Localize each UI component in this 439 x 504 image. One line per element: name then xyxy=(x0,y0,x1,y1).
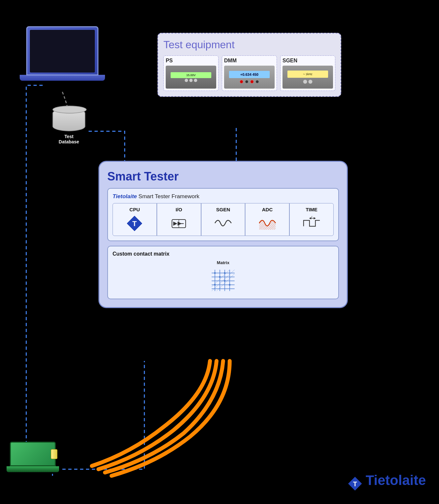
orange-cable-4 xyxy=(112,361,230,476)
db-to-tester-line xyxy=(89,131,125,161)
matrix-box: Custom contact matrix Matrix xyxy=(107,246,339,299)
svg-point-28 xyxy=(224,280,226,282)
instrument-ps: PS 15.00V xyxy=(163,55,219,91)
module-io: I/O xyxy=(157,203,201,236)
matrix-icon-container: Matrix xyxy=(208,260,238,294)
dut-to-tester-line xyxy=(62,361,144,469)
dut-body xyxy=(10,442,56,466)
sgen-knob-2 xyxy=(308,80,312,84)
framework-title: Tietolaite Smart Tester Framework xyxy=(113,193,334,200)
laptop-screen-inner xyxy=(30,30,95,73)
sgen-label: SGEN xyxy=(282,58,333,64)
matrix-title: Custom contact matrix xyxy=(113,251,334,257)
sgen-sine-icon xyxy=(213,216,233,231)
ps-knob-3 xyxy=(194,79,197,82)
tietolaite-logo: T Tietolaite xyxy=(348,472,426,491)
svg-point-29 xyxy=(229,284,231,286)
test-equipment-box: Test equipment PS 15.00V DMM +0.634 xyxy=(157,33,341,97)
time-square-wave-icon: t xyxy=(302,216,322,231)
orange-cable-3 xyxy=(105,361,223,472)
module-sgen: SGEN xyxy=(201,203,245,236)
sgen-module-label: SGEN xyxy=(205,207,242,212)
matrix-grid-icon xyxy=(208,266,238,293)
db-cylinder-icon xyxy=(52,108,85,131)
smart-tester-title: Smart Tester xyxy=(107,170,339,183)
tietolaite-logo-t-icon: T xyxy=(348,476,362,491)
sgen-image: ~ 1kHz xyxy=(282,66,333,89)
dmm-terminal-4 xyxy=(256,80,259,83)
sgen-knob-1 xyxy=(303,80,307,84)
ps-knob-1 xyxy=(185,79,188,82)
io-arrow-icon xyxy=(171,217,187,230)
ps-display: 15.00V xyxy=(171,72,211,78)
module-cpu: CPU T xyxy=(113,203,157,236)
svg-point-30 xyxy=(214,284,216,286)
test-database: Test Database xyxy=(49,108,89,144)
laptop-screen xyxy=(26,26,98,75)
svg-point-31 xyxy=(224,272,226,274)
svg-line-24 xyxy=(212,270,230,287)
db-label-line1: Test xyxy=(64,134,73,139)
svg-rect-9 xyxy=(258,216,277,231)
smart-tester-box: Smart Tester Tietolaite Smart Tester Fra… xyxy=(98,161,348,308)
module-adc: ADC xyxy=(245,203,289,236)
dut-connector xyxy=(51,449,57,459)
module-time: TIME t xyxy=(289,203,334,236)
test-equipment-title: Test equipment xyxy=(163,39,335,51)
sgen-wave-icon xyxy=(213,214,233,232)
adc-label: ADC xyxy=(249,207,286,212)
orange-cable-1 xyxy=(92,361,210,466)
instruments-row: PS 15.00V DMM +0.634 450 xyxy=(163,55,335,91)
ps-knob-2 xyxy=(189,79,193,82)
svg-text:T: T xyxy=(353,480,357,488)
db-label: Test Database xyxy=(49,134,89,144)
adc-icon xyxy=(258,214,277,232)
svg-text:t: t xyxy=(311,216,312,218)
matrix-icon-wrapper: Matrix xyxy=(113,260,334,294)
svg-line-25 xyxy=(217,274,235,291)
cpu-t-logo-icon: T xyxy=(126,215,143,232)
instrument-dmm: DMM +0.634 450 xyxy=(222,55,277,91)
framework-brand: Tietolaite xyxy=(113,193,137,200)
dut-device xyxy=(10,442,62,474)
dmm-terminal-3 xyxy=(250,80,254,83)
dmm-label: DMM xyxy=(224,58,275,64)
framework-box: Tietolaite Smart Tester Framework CPU T xyxy=(107,188,339,241)
dmm-display: +0.634 450 xyxy=(229,71,269,78)
tietolaite-logo-text: Tietolaite xyxy=(366,472,426,488)
orange-cable-2 xyxy=(98,361,217,469)
laptop xyxy=(20,26,105,92)
cpu-icon: T xyxy=(125,214,144,232)
sgen-knobs xyxy=(303,80,312,84)
io-label: I/O xyxy=(160,207,198,212)
ps-image: 15.00V xyxy=(166,66,216,89)
time-icon: t xyxy=(302,214,322,232)
diagram-container: Test Database Test equipment PS 15.00V xyxy=(0,0,439,504)
dmm-terminal-2 xyxy=(245,80,248,83)
adc-wave-icon xyxy=(258,216,277,231)
svg-text:T: T xyxy=(133,220,137,228)
dmm-image: +0.634 450 xyxy=(224,66,275,89)
dmm-terminal-1 xyxy=(240,80,243,83)
framework-title-suffix: Smart Tester Framework xyxy=(138,193,199,200)
dut-base xyxy=(7,466,59,472)
laptop-base xyxy=(20,75,105,81)
svg-point-27 xyxy=(219,276,221,278)
svg-point-26 xyxy=(214,272,216,274)
db-label-line2: Database xyxy=(59,139,79,144)
cpu-label: CPU xyxy=(116,207,153,212)
sgen-display: ~ 1kHz xyxy=(287,71,328,78)
modules-row: CPU T I/O xyxy=(113,203,334,236)
ps-knobs xyxy=(185,79,197,82)
ps-label: PS xyxy=(166,58,216,64)
laptop-to-dut-line xyxy=(26,85,52,476)
dmm-terminals xyxy=(240,80,259,83)
instrument-sgen: SGEN ~ 1kHz xyxy=(280,55,335,91)
time-label: TIME xyxy=(293,207,330,212)
matrix-sublabel: Matrix xyxy=(208,260,238,265)
io-icon xyxy=(169,214,189,232)
